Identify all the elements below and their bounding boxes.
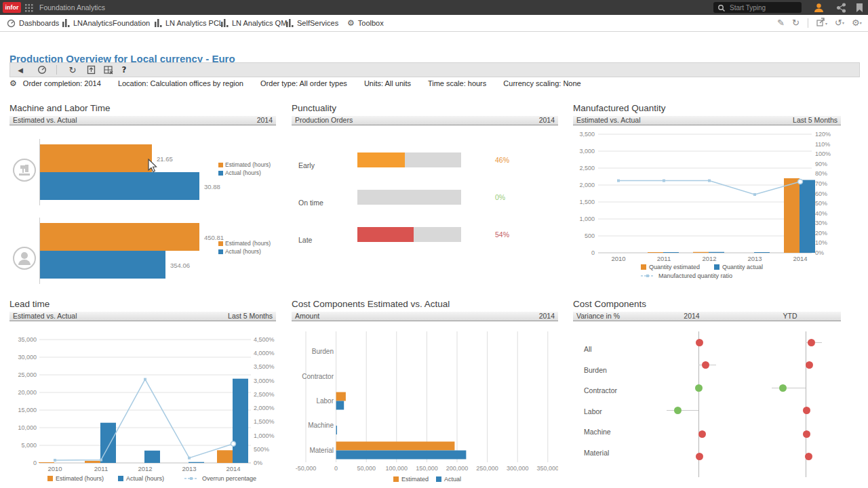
export-document-button[interactable] (85, 63, 97, 77)
bar-estimated[interactable] (336, 442, 455, 451)
report-toolbar: ◀ ↻ ? (9, 62, 860, 77)
axis-label: 35,000 (18, 336, 37, 343)
line-marker (100, 459, 102, 462)
bar-actual[interactable] (40, 251, 165, 279)
bar-value-label: 30.88 (204, 183, 220, 190)
bar-value-label: 354.06 (170, 262, 190, 269)
nav-item-toolbox[interactable]: ⚙ Toolbox (347, 15, 384, 31)
export-menu-button[interactable]: ▾ (816, 18, 827, 29)
dashboard-home-button[interactable] (36, 63, 48, 77)
filter-units[interactable]: Units: All units (364, 79, 411, 87)
axis-label: 1,000 (579, 216, 595, 222)
lead-time-chart[interactable]: 35,00030,00025,00020,00015,00010,0005,00… (9, 321, 276, 487)
panel-subheader: Estimated vs. Actual Last 5 Months (9, 312, 276, 321)
history-menu-button[interactable]: ↺▾ (835, 18, 844, 28)
share-icon[interactable] (836, 3, 846, 13)
nav-item-selfservices[interactable]: SelfServices (286, 15, 338, 31)
bar-actual[interactable] (336, 426, 337, 434)
machine-labor-chart[interactable]: 21.6530.88Estimated (hours)Actual (hours… (9, 125, 276, 287)
panel-cost-components-variance: Cost Components Variance in % 2014 YTD A… (573, 299, 841, 488)
refresh-button[interactable]: ↻ (792, 18, 800, 28)
nav-item-dashboards[interactable]: Dashboards (7, 15, 59, 31)
axis-label: Estimated (401, 476, 429, 483)
axis-label: -50,000 (296, 465, 317, 472)
variance-dot[interactable] (806, 361, 813, 369)
bar-actual[interactable] (40, 172, 199, 200)
legend-swatch (218, 163, 223, 167)
variance-dot[interactable] (803, 430, 810, 438)
cost-components-variance-chart[interactable]: AllBurdenContractorLaborMachineMaterial (573, 321, 841, 487)
bar-estimated[interactable] (693, 252, 709, 253)
panel-title: Machine and Labor Time (9, 103, 276, 115)
refresh-button[interactable]: ↻ (67, 63, 78, 77)
bar-actual[interactable] (709, 252, 724, 253)
app-menu-icon[interactable] (25, 4, 33, 12)
export-excel-button[interactable] (102, 63, 115, 77)
bar-actual[interactable] (233, 379, 248, 463)
search-input[interactable] (728, 3, 799, 13)
punctuality-track[interactable] (357, 152, 461, 167)
filter-currency-scaling[interactable]: Currency scaling: None (503, 79, 580, 87)
nav-item-ln-analytics-pcl[interactable]: LN Analytics PCL (155, 15, 223, 31)
legend-item: Estimated (hours) (218, 161, 271, 168)
cost-components-amount-chart[interactable]: -50,000050,000100,000150,000200,000250,0… (292, 321, 558, 487)
line-marker (753, 193, 756, 196)
nav-item-lnanalyticsfoundation[interactable]: LNAnalyticsFoundation (62, 15, 150, 31)
axis-label: 5,000 (21, 442, 37, 449)
line-marker-current (231, 441, 236, 446)
help-button[interactable]: ? (120, 63, 128, 77)
variance-dot[interactable] (695, 384, 703, 392)
axis-label: 30,000 (18, 354, 37, 361)
edit-button[interactable]: ✎ (777, 18, 785, 28)
filter-order-type[interactable]: Order type: All order types (260, 79, 347, 87)
variance-dot[interactable] (674, 407, 682, 414)
panel-title: Cost Components (573, 299, 841, 310)
bar-estimated[interactable] (336, 392, 346, 401)
infor-logo[interactable]: infor (3, 2, 21, 13)
bar-estimated[interactable] (648, 252, 663, 253)
divider (56, 65, 57, 75)
bar-estimated[interactable] (40, 144, 152, 172)
variance-dot[interactable] (808, 339, 815, 346)
manufactured-quantity-chart[interactable]: 3,5003,0002,5002,0001,5001,0005000120%11… (573, 125, 841, 287)
filter-gear-icon[interactable]: ⚙ (9, 79, 17, 88)
variance-dot[interactable] (779, 384, 787, 392)
axis-label: 300,000 (507, 465, 529, 472)
bar-estimated[interactable] (39, 462, 54, 463)
bar-estimated[interactable] (784, 178, 800, 253)
punctuality-chart[interactable]: Early46%On time0%Late54% (292, 125, 558, 287)
punctuality-track[interactable] (357, 227, 461, 242)
settings-menu-button[interactable]: ⚙▾ (852, 18, 862, 28)
bar-chart-icon (221, 19, 229, 27)
bar-estimated[interactable] (40, 223, 199, 251)
variance-dot[interactable] (805, 453, 812, 460)
nav-item-ln-analytics-qm[interactable]: LN Analytics QM (221, 15, 287, 31)
axis-label: Burden (312, 348, 334, 355)
variance-dot[interactable] (696, 453, 703, 460)
bar-actual[interactable] (663, 252, 679, 253)
bar-actual[interactable] (336, 401, 344, 410)
bar-actual[interactable] (189, 462, 204, 463)
axis-label: 20% (815, 230, 827, 237)
axis-label: 80% (815, 170, 827, 177)
bar-actual[interactable] (754, 252, 770, 253)
user-icon[interactable] (814, 3, 824, 13)
back-button[interactable]: ◀ (16, 63, 25, 77)
variance-dot[interactable] (803, 407, 810, 414)
variance-dot[interactable] (698, 430, 706, 438)
bookmark-icon[interactable] (856, 3, 863, 13)
axis-label: 70% (815, 180, 827, 187)
bar-actual[interactable] (800, 180, 815, 253)
variance-dot[interactable] (702, 361, 709, 369)
bar-estimated[interactable] (85, 461, 100, 463)
variance-dot[interactable] (696, 339, 703, 346)
search-box[interactable] (713, 2, 802, 13)
filter-order-completion[interactable]: Order completion: 2014 (23, 79, 101, 87)
bar-actual[interactable] (336, 451, 467, 460)
bar-actual[interactable] (144, 451, 160, 463)
bar-estimated[interactable] (217, 450, 233, 463)
filter-time-scale[interactable]: Time scale: hours (428, 79, 486, 87)
punctuality-track[interactable] (357, 190, 461, 205)
filter-location[interactable]: Location: Calculation offices by region (118, 79, 243, 87)
person-icon (11, 245, 38, 272)
